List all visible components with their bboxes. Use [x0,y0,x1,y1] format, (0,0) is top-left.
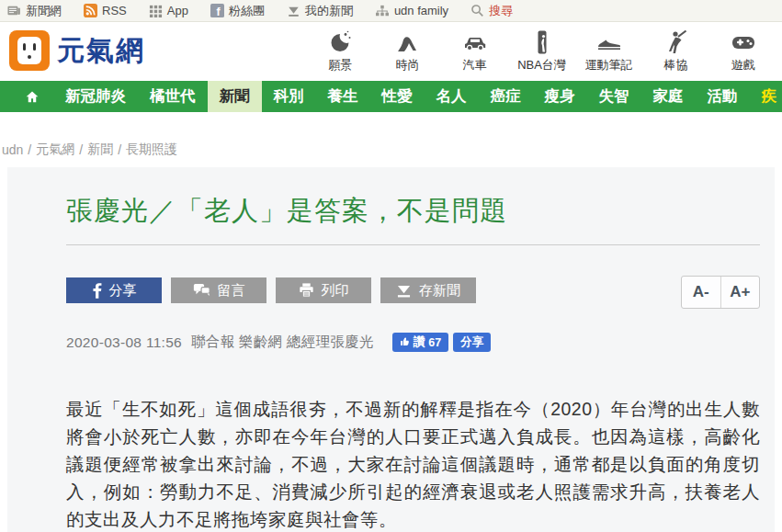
topbar-item-label: udn family [394,4,448,17]
article-card: 張慶光／「老人」是答案，不是問題 分享 留言 列印 存新聞 A- A+ 2020… [7,167,775,532]
topbar-item-fans[interactable]: f 粉絲團 [210,3,265,19]
save-news-icon [396,284,412,298]
topbar-item-search[interactable]: 搜尋 [470,3,513,19]
topbar-item-app[interactable]: App [149,4,188,17]
channel-label: 遊戲 [731,57,755,74]
channel-label: 運動筆記 [585,57,633,74]
nav-item-events[interactable]: 活動 [696,81,750,112]
rss-icon [84,4,97,17]
baseball-batter-icon [663,29,690,55]
topbar-item-label: 我的新聞 [305,3,353,19]
thumb-up-icon [400,336,410,349]
nav-item-news[interactable]: 新聞 [208,81,262,112]
channel-car[interactable]: 汽車 [441,28,508,74]
topbar-item-rss[interactable]: RSS [84,4,127,17]
breadcrumb-separator: / [79,142,83,157]
sneaker-icon [595,29,623,55]
home-icon[interactable] [11,81,53,112]
app-grid-icon [149,4,163,17]
topbar-item-label: 搜尋 [489,3,513,19]
fb-share-label: 分享 [460,334,483,350]
publish-date: 2020-03-08 11:56 [66,334,182,351]
nav-item-orange-gen[interactable]: 橘世代 [138,81,208,112]
share-button-label: 留言 [218,282,245,300]
share-toolbar: 分享 留言 列印 存新聞 [66,277,760,303]
comment-button[interactable]: 留言 [171,277,266,303]
topbar-item-my-news[interactable]: 我的新聞 [287,3,353,19]
gamepad-icon [730,29,757,55]
printer-icon [299,283,314,298]
channel-label: 願景 [329,57,353,74]
article-meta: 2020-03-08 11:56 聯合報 樂齡網 總經理張慶光 讚 67 分享 [66,333,760,352]
breadcrumb-separator: / [118,142,121,157]
fb-widget-share-button[interactable]: 分享 [453,333,491,352]
site-header: 元氣網 願景 時尚 汽車 NBA台灣 運動筆記 棒協 遊戲 [0,22,782,81]
breadcrumb-section[interactable]: 新聞 [87,141,113,158]
vision-icon [327,29,355,55]
channel-label: 棒協 [664,57,688,74]
nav-item-family[interactable]: 家庭 [641,81,696,112]
share-button-label: 分享 [109,282,137,300]
save-news-button[interactable]: 存新聞 [380,277,476,303]
comment-icon [193,283,210,298]
nav-item-slimming[interactable]: 瘦身 [533,81,587,112]
nba-icon [528,29,556,55]
nav-item-celebrity[interactable]: 名人 [425,81,479,112]
channel-label: 時尚 [396,57,420,74]
breadcrumb-category[interactable]: 長期照護 [126,141,177,158]
nav-item-wellness[interactable]: 養生 [316,81,370,112]
nav-item-covid[interactable]: 新冠肺炎 [53,81,138,112]
article-title: 張慶光／「老人」是答案，不是問題 [66,191,760,230]
site-logo[interactable]: 元氣網 [9,30,145,71]
font-size-controls: A- A+ [681,276,760,309]
channel-vision[interactable]: 願景 [307,28,374,74]
breadcrumb-site[interactable]: 元氣網 [36,141,74,158]
breadcrumb-udn[interactable]: udn [2,142,23,157]
topbar-item-label: RSS [102,4,127,17]
channel-nba[interactable]: NBA台灣 [508,28,575,74]
channel-shortcuts: 願景 時尚 汽車 NBA台灣 運動筆記 棒協 遊戲 [307,28,776,74]
topbar-item-label: 新聞網 [26,3,62,19]
channel-sports-notes[interactable]: 運動筆記 [575,28,642,74]
font-increase-button[interactable]: A+ [721,277,760,308]
facebook-share-button[interactable]: 分享 [66,277,162,303]
nav-item-departments[interactable]: 科別 [262,81,316,112]
my-news-icon [287,5,300,17]
channel-label: NBA台灣 [517,57,566,74]
nav-item-dementia[interactable]: 失智 [587,81,641,112]
topbar-item-news-site[interactable]: 新聞網 [7,3,62,19]
topbar-item-label: App [167,4,188,17]
car-icon [461,29,489,55]
facebook-like-widget: 讚 67 分享 [392,333,491,352]
nav-item-sex[interactable]: 性愛 [370,81,425,112]
breadcrumb: udn / 元氣網 / 新聞 / 長期照護 [2,141,177,158]
channel-fashion[interactable]: 時尚 [374,28,441,74]
top-utility-bar: 新聞網 RSS App f 粉絲團 我的新聞 udn family 搜尋 [0,0,782,22]
logo-plug-face-icon [9,30,50,71]
site-name: 元氣網 [57,32,145,70]
search-icon [470,4,484,17]
print-button[interactable]: 列印 [276,277,371,303]
breadcrumb-separator: / [28,142,31,157]
fashion-heel-icon [394,29,422,55]
udn-family-icon [375,5,390,17]
like-label: 讚 [414,334,425,350]
share-button-label: 列印 [322,282,349,300]
facebook-icon: f [210,4,224,17]
nav-item-cancer[interactable]: 癌症 [479,81,533,112]
byline: 聯合報 樂齡網 總經理張慶光 [191,333,374,352]
channel-games[interactable]: 遊戲 [709,28,776,74]
like-button[interactable]: 讚 67 [392,333,448,352]
article-body: 最近「生不如死」這個成語很夯，不過新的解釋是指在今（2020）年台灣的出生人數將… [66,395,760,532]
channel-label: 汽車 [463,57,487,74]
like-count: 67 [428,336,441,349]
nav-item-disease[interactable]: 疾 [750,81,782,112]
facebook-f-icon [92,283,102,299]
main-nav: 新冠肺炎 橘世代 新聞 科別 養生 性愛 名人 癌症 瘦身 失智 家庭 活動 疾 [0,81,782,112]
channel-baseball[interactable]: 棒協 [642,28,709,74]
font-decrease-button[interactable]: A- [682,277,721,308]
title-divider [66,244,760,245]
topbar-item-udn-family[interactable]: udn family [375,4,448,17]
newspaper-icon [7,4,21,17]
share-button-label: 存新聞 [419,282,460,300]
